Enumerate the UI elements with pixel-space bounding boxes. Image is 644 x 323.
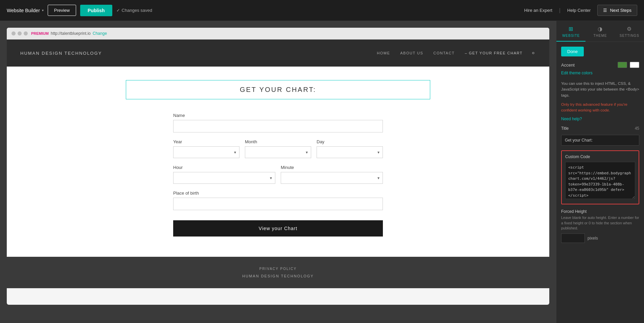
place-group: Place of birth — [173, 191, 383, 210]
main-layout: PREMIUM http://talentblueprint.io Change… — [0, 21, 644, 323]
date-row: Year Month Day — [173, 139, 383, 158]
place-input[interactable] — [173, 198, 383, 210]
minute-col: Minute — [281, 165, 383, 184]
title-input[interactable] — [561, 135, 639, 146]
custom-code-label: Custom Code — [565, 154, 635, 159]
user-icon[interactable]: ⚬ — [531, 49, 536, 57]
nav-about[interactable]: ABOUT US — [400, 51, 423, 55]
hour-select-wrapper — [173, 172, 275, 184]
done-button[interactable]: Done — [561, 47, 584, 56]
month-label: Month — [245, 139, 311, 144]
site-header: HUMAN DESIGN TECHNOLOGY HOME ABOUT US CO… — [7, 40, 549, 67]
next-steps-icon: ☰ — [603, 8, 607, 13]
year-col: Year — [173, 139, 239, 158]
custom-code-textarea[interactable]: <script src="https://embed.bodygraphchar… — [565, 162, 635, 199]
tab-theme[interactable]: ◑ THEME — [585, 21, 615, 42]
check-icon: ✓ — [116, 8, 120, 13]
next-steps-label: Next Steps — [610, 8, 631, 13]
day-label: Day — [317, 139, 383, 144]
privacy-policy-link[interactable]: PRIVACY POLICY — [14, 267, 543, 271]
day-select[interactable] — [317, 146, 383, 158]
site-footer: PRIVACY POLICY HUMAN DESIGN TECHNOLOGY — [7, 257, 549, 288]
theme-tab-icon: ◑ — [598, 26, 603, 32]
month-select[interactable] — [245, 146, 311, 158]
browser-url: PREMIUM http://talentblueprint.io Change — [31, 31, 107, 36]
hour-label: Hour — [173, 165, 275, 170]
need-help-link[interactable]: Need help? — [561, 117, 639, 121]
top-bar-right: Hire an Expert | Help Center ☰ Next Step… — [524, 5, 637, 16]
month-select-wrapper — [245, 146, 311, 158]
view-chart-button[interactable]: View your Chart — [173, 220, 383, 237]
day-select-wrapper — [317, 146, 383, 158]
form-container: Name Year Month — [173, 113, 383, 237]
changes-saved-text: Changes saved — [122, 8, 152, 13]
tab-settings[interactable]: ⚙ SETTINGS — [615, 21, 644, 42]
nav-home[interactable]: HOME — [377, 51, 390, 55]
year-label: Year — [173, 139, 239, 144]
forced-height-row: pixels — [561, 233, 639, 243]
minute-select[interactable] — [281, 172, 383, 184]
forced-height-label: Forced Height — [561, 209, 639, 214]
panel-tabs: ⊞ WEBSITE ◑ THEME ⚙ SETTINGS — [556, 21, 644, 42]
tab-website[interactable]: ⊞ WEBSITE — [556, 21, 585, 42]
name-group: Name — [173, 113, 383, 132]
change-link[interactable]: Change — [93, 31, 107, 36]
help-center-link[interactable]: Help Center — [567, 8, 591, 13]
hour-col: Hour — [173, 165, 275, 184]
next-steps-button[interactable]: ☰ Next Steps — [597, 5, 637, 16]
site-nav: HOME ABOUT US CONTACT – GET YOUR FREE CH… — [377, 51, 523, 55]
name-label: Name — [173, 113, 383, 118]
accent-row: Accent — [561, 62, 639, 68]
minute-select-wrapper — [281, 172, 383, 184]
top-bar: Website Builder ▾ Preview Publish ✓ Chan… — [0, 0, 644, 21]
site-logo: HUMAN DESIGN TECHNOLOGY — [20, 51, 102, 56]
title-field-label: Title — [561, 126, 635, 131]
time-row: Hour Minute — [173, 165, 383, 184]
title-count: 45 — [635, 126, 639, 131]
settings-tab-icon: ⚙ — [627, 26, 632, 32]
nav-chart[interactable]: – GET YOUR FREE CHART — [465, 51, 523, 55]
minute-label: Minute — [281, 165, 383, 170]
app-title[interactable]: Website Builder ▾ — [7, 8, 44, 13]
panel-warning: Only try this advanced feature if you're… — [561, 102, 639, 114]
pixels-label: pixels — [588, 236, 598, 241]
custom-code-section: Custom Code <script src="https://embed.b… — [561, 150, 639, 204]
place-label: Place of birth — [173, 191, 383, 196]
day-col: Day — [317, 139, 383, 158]
edit-theme-link[interactable]: Edit theme colors — [561, 71, 639, 75]
browser-frame: PREMIUM http://talentblueprint.io Change… — [7, 28, 549, 305]
browser-dots — [12, 31, 28, 35]
publish-button[interactable]: Publish — [80, 5, 112, 16]
changes-saved: ✓ Changes saved — [116, 8, 152, 13]
section-title: GET YOUR CHART: — [140, 86, 416, 94]
hour-select[interactable] — [173, 172, 275, 184]
year-select[interactable] — [173, 146, 239, 158]
forced-height-desc: Leave blank for auto height. Enter a num… — [561, 215, 639, 231]
section-title-box: GET YOUR CHART: — [126, 80, 430, 99]
premium-badge: PREMIUM — [31, 31, 49, 35]
preview-button[interactable]: Preview — [48, 5, 76, 16]
nav-contact[interactable]: CONTACT — [433, 51, 455, 55]
accent-label: Accent — [561, 63, 615, 68]
site-content: GET YOUR CHART: Name Year — [7, 67, 549, 257]
panel-description: You can use this to inject HTML, CSS, & … — [561, 81, 639, 98]
name-input[interactable] — [173, 120, 383, 132]
app-title-chevron: ▾ — [42, 8, 44, 12]
tab-settings-label: SETTINGS — [620, 34, 639, 38]
year-select-wrapper — [173, 146, 239, 158]
browser-dot-2 — [18, 31, 22, 35]
tab-website-label: WEBSITE — [562, 34, 580, 38]
month-col: Month — [245, 139, 311, 158]
forced-height-input[interactable] — [561, 233, 585, 243]
browser-dot-3 — [24, 31, 28, 35]
app-title-text: Website Builder — [7, 8, 40, 13]
browser-dot-1 — [12, 31, 16, 35]
forced-height-section: Forced Height Leave blank for auto heigh… — [561, 209, 639, 243]
accent-color-swatch[interactable] — [618, 62, 627, 68]
footer-brand: HUMAN DESIGN TECHNOLOGY — [14, 274, 543, 278]
hire-expert-link[interactable]: Hire an Expert — [524, 8, 552, 13]
website-tab-icon: ⊞ — [569, 26, 573, 32]
accent-white-swatch[interactable] — [630, 62, 639, 68]
preview-area: PREMIUM http://talentblueprint.io Change… — [0, 21, 556, 323]
url-text: http://talentblueprint.io — [51, 31, 91, 36]
